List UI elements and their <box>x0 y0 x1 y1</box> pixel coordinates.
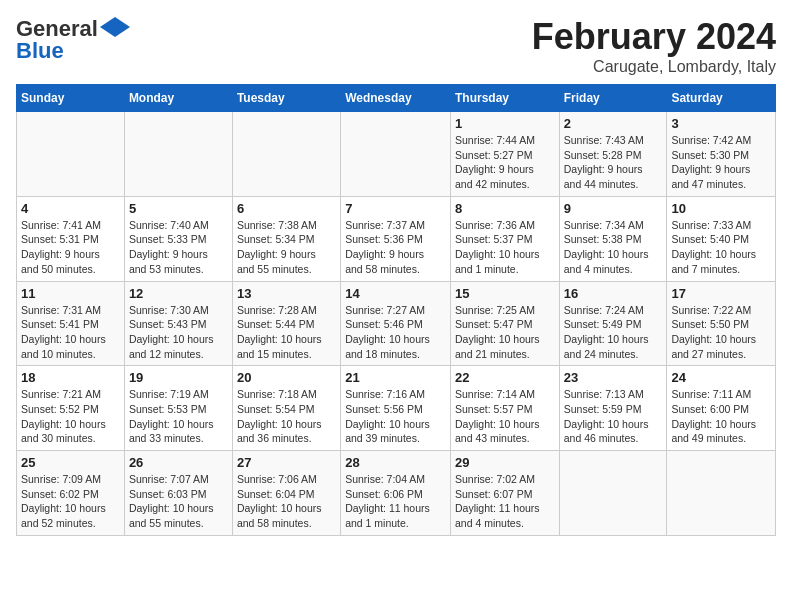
day-info: Sunrise: 7:22 AM Sunset: 5:50 PM Dayligh… <box>671 303 771 362</box>
col-header-wednesday: Wednesday <box>341 85 451 112</box>
day-cell: 16Sunrise: 7:24 AM Sunset: 5:49 PM Dayli… <box>559 281 667 366</box>
day-info: Sunrise: 7:43 AM Sunset: 5:28 PM Dayligh… <box>564 133 663 192</box>
week-row-1: 1Sunrise: 7:44 AM Sunset: 5:27 PM Daylig… <box>17 112 776 197</box>
day-number: 25 <box>21 455 120 470</box>
day-info: Sunrise: 7:41 AM Sunset: 5:31 PM Dayligh… <box>21 218 120 277</box>
day-number: 11 <box>21 286 120 301</box>
day-info: Sunrise: 7:31 AM Sunset: 5:41 PM Dayligh… <box>21 303 120 362</box>
day-cell <box>667 451 776 536</box>
day-info: Sunrise: 7:37 AM Sunset: 5:36 PM Dayligh… <box>345 218 446 277</box>
day-cell: 19Sunrise: 7:19 AM Sunset: 5:53 PM Dayli… <box>124 366 232 451</box>
day-number: 2 <box>564 116 663 131</box>
day-number: 21 <box>345 370 446 385</box>
day-cell: 3Sunrise: 7:42 AM Sunset: 5:30 PM Daylig… <box>667 112 776 197</box>
day-cell <box>17 112 125 197</box>
week-row-5: 25Sunrise: 7:09 AM Sunset: 6:02 PM Dayli… <box>17 451 776 536</box>
day-cell: 7Sunrise: 7:37 AM Sunset: 5:36 PM Daylig… <box>341 196 451 281</box>
day-cell: 5Sunrise: 7:40 AM Sunset: 5:33 PM Daylig… <box>124 196 232 281</box>
day-number: 18 <box>21 370 120 385</box>
day-info: Sunrise: 7:28 AM Sunset: 5:44 PM Dayligh… <box>237 303 336 362</box>
day-cell: 22Sunrise: 7:14 AM Sunset: 5:57 PM Dayli… <box>450 366 559 451</box>
col-header-sunday: Sunday <box>17 85 125 112</box>
day-info: Sunrise: 7:16 AM Sunset: 5:56 PM Dayligh… <box>345 387 446 446</box>
week-row-3: 11Sunrise: 7:31 AM Sunset: 5:41 PM Dayli… <box>17 281 776 366</box>
day-cell: 24Sunrise: 7:11 AM Sunset: 6:00 PM Dayli… <box>667 366 776 451</box>
day-number: 19 <box>129 370 228 385</box>
day-number: 10 <box>671 201 771 216</box>
day-number: 22 <box>455 370 555 385</box>
day-cell: 4Sunrise: 7:41 AM Sunset: 5:31 PM Daylig… <box>17 196 125 281</box>
calendar-body: 1Sunrise: 7:44 AM Sunset: 5:27 PM Daylig… <box>17 112 776 536</box>
svg-marker-0 <box>100 17 130 37</box>
day-cell: 20Sunrise: 7:18 AM Sunset: 5:54 PM Dayli… <box>232 366 340 451</box>
day-cell: 1Sunrise: 7:44 AM Sunset: 5:27 PM Daylig… <box>450 112 559 197</box>
day-info: Sunrise: 7:34 AM Sunset: 5:38 PM Dayligh… <box>564 218 663 277</box>
logo-arrow-icon <box>100 17 130 37</box>
day-cell: 21Sunrise: 7:16 AM Sunset: 5:56 PM Dayli… <box>341 366 451 451</box>
day-number: 4 <box>21 201 120 216</box>
day-info: Sunrise: 7:38 AM Sunset: 5:34 PM Dayligh… <box>237 218 336 277</box>
calendar-header-row: SundayMondayTuesdayWednesdayThursdayFrid… <box>17 85 776 112</box>
day-info: Sunrise: 7:19 AM Sunset: 5:53 PM Dayligh… <box>129 387 228 446</box>
day-cell: 13Sunrise: 7:28 AM Sunset: 5:44 PM Dayli… <box>232 281 340 366</box>
day-number: 9 <box>564 201 663 216</box>
day-cell <box>341 112 451 197</box>
day-info: Sunrise: 7:42 AM Sunset: 5:30 PM Dayligh… <box>671 133 771 192</box>
day-number: 26 <box>129 455 228 470</box>
day-number: 6 <box>237 201 336 216</box>
day-info: Sunrise: 7:30 AM Sunset: 5:43 PM Dayligh… <box>129 303 228 362</box>
page-header: General Blue February 2024 Carugate, Lom… <box>16 16 776 76</box>
title-block: February 2024 Carugate, Lombardy, Italy <box>532 16 776 76</box>
day-cell: 14Sunrise: 7:27 AM Sunset: 5:46 PM Dayli… <box>341 281 451 366</box>
day-cell: 10Sunrise: 7:33 AM Sunset: 5:40 PM Dayli… <box>667 196 776 281</box>
day-info: Sunrise: 7:44 AM Sunset: 5:27 PM Dayligh… <box>455 133 555 192</box>
day-number: 14 <box>345 286 446 301</box>
logo-blue-text: Blue <box>16 38 64 64</box>
day-cell: 28Sunrise: 7:04 AM Sunset: 6:06 PM Dayli… <box>341 451 451 536</box>
day-info: Sunrise: 7:09 AM Sunset: 6:02 PM Dayligh… <box>21 472 120 531</box>
day-cell: 29Sunrise: 7:02 AM Sunset: 6:07 PM Dayli… <box>450 451 559 536</box>
day-info: Sunrise: 7:02 AM Sunset: 6:07 PM Dayligh… <box>455 472 555 531</box>
day-info: Sunrise: 7:18 AM Sunset: 5:54 PM Dayligh… <box>237 387 336 446</box>
col-header-monday: Monday <box>124 85 232 112</box>
day-cell: 18Sunrise: 7:21 AM Sunset: 5:52 PM Dayli… <box>17 366 125 451</box>
week-row-4: 18Sunrise: 7:21 AM Sunset: 5:52 PM Dayli… <box>17 366 776 451</box>
day-cell: 25Sunrise: 7:09 AM Sunset: 6:02 PM Dayli… <box>17 451 125 536</box>
day-number: 24 <box>671 370 771 385</box>
day-number: 29 <box>455 455 555 470</box>
day-number: 16 <box>564 286 663 301</box>
day-cell: 9Sunrise: 7:34 AM Sunset: 5:38 PM Daylig… <box>559 196 667 281</box>
day-cell: 8Sunrise: 7:36 AM Sunset: 5:37 PM Daylig… <box>450 196 559 281</box>
day-number: 7 <box>345 201 446 216</box>
day-number: 8 <box>455 201 555 216</box>
day-cell: 15Sunrise: 7:25 AM Sunset: 5:47 PM Dayli… <box>450 281 559 366</box>
day-number: 20 <box>237 370 336 385</box>
col-header-friday: Friday <box>559 85 667 112</box>
day-number: 5 <box>129 201 228 216</box>
day-info: Sunrise: 7:27 AM Sunset: 5:46 PM Dayligh… <box>345 303 446 362</box>
col-header-tuesday: Tuesday <box>232 85 340 112</box>
day-info: Sunrise: 7:40 AM Sunset: 5:33 PM Dayligh… <box>129 218 228 277</box>
day-cell <box>232 112 340 197</box>
day-info: Sunrise: 7:13 AM Sunset: 5:59 PM Dayligh… <box>564 387 663 446</box>
day-number: 1 <box>455 116 555 131</box>
day-info: Sunrise: 7:07 AM Sunset: 6:03 PM Dayligh… <box>129 472 228 531</box>
day-info: Sunrise: 7:04 AM Sunset: 6:06 PM Dayligh… <box>345 472 446 531</box>
page-subtitle: Carugate, Lombardy, Italy <box>532 58 776 76</box>
day-cell: 26Sunrise: 7:07 AM Sunset: 6:03 PM Dayli… <box>124 451 232 536</box>
day-info: Sunrise: 7:36 AM Sunset: 5:37 PM Dayligh… <box>455 218 555 277</box>
day-cell: 2Sunrise: 7:43 AM Sunset: 5:28 PM Daylig… <box>559 112 667 197</box>
day-cell: 23Sunrise: 7:13 AM Sunset: 5:59 PM Dayli… <box>559 366 667 451</box>
day-cell: 11Sunrise: 7:31 AM Sunset: 5:41 PM Dayli… <box>17 281 125 366</box>
day-cell: 17Sunrise: 7:22 AM Sunset: 5:50 PM Dayli… <box>667 281 776 366</box>
day-info: Sunrise: 7:21 AM Sunset: 5:52 PM Dayligh… <box>21 387 120 446</box>
day-number: 17 <box>671 286 771 301</box>
day-number: 27 <box>237 455 336 470</box>
day-number: 28 <box>345 455 446 470</box>
day-number: 13 <box>237 286 336 301</box>
day-cell: 6Sunrise: 7:38 AM Sunset: 5:34 PM Daylig… <box>232 196 340 281</box>
day-cell <box>559 451 667 536</box>
day-cell <box>124 112 232 197</box>
day-info: Sunrise: 7:33 AM Sunset: 5:40 PM Dayligh… <box>671 218 771 277</box>
day-info: Sunrise: 7:14 AM Sunset: 5:57 PM Dayligh… <box>455 387 555 446</box>
